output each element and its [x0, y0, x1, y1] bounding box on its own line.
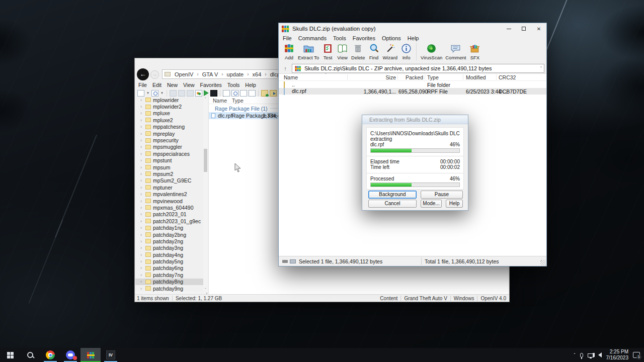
- column-header-name[interactable]: Name: [284, 74, 298, 80]
- tree-item[interactable]: patchday1ng: [135, 224, 203, 231]
- preview-icon[interactable]: [231, 90, 238, 97]
- console-icon[interactable]: [210, 90, 217, 97]
- chevron-right-icon[interactable]: [140, 131, 145, 136]
- tree-item[interactable]: mpSum2_G9EC: [135, 177, 203, 184]
- column-header-type[interactable]: Type: [427, 74, 439, 80]
- action-center-button[interactable]: 1: [633, 352, 640, 358]
- scrollbar-thumb[interactable]: [204, 149, 207, 172]
- status-game[interactable]: Grand Theft Auto V: [404, 296, 447, 301]
- chevron-right-icon[interactable]: [140, 118, 145, 123]
- test-button[interactable]: Test: [320, 42, 335, 61]
- disk-icon[interactable]: [290, 259, 296, 263]
- tree-item[interactable]: mpstunt: [135, 157, 203, 164]
- speaker-icon[interactable]: [598, 352, 602, 357]
- sfx-button[interactable]: SFX: [467, 42, 482, 61]
- tree-item[interactable]: mpsum: [135, 164, 203, 170]
- breadcrumb-item[interactable]: x64: [252, 71, 263, 77]
- menu-favorites[interactable]: Favorites: [353, 35, 375, 41]
- tree-item[interactable]: mplowrider: [135, 97, 203, 103]
- chevron-right-icon[interactable]: [140, 165, 145, 170]
- back-button[interactable]: ←: [137, 68, 149, 80]
- forward-button[interactable]: →: [150, 70, 159, 79]
- menu-commands[interactable]: Commands: [298, 35, 327, 41]
- tree-item[interactable]: mppatchesng: [135, 124, 203, 130]
- maximize-button[interactable]: [516, 23, 531, 34]
- background-button[interactable]: Background: [368, 191, 417, 199]
- chevron-right-icon[interactable]: [140, 185, 145, 190]
- tree-item[interactable]: mpspecialraces: [135, 150, 203, 157]
- breadcrumb-item[interactable]: GTA V: [201, 71, 219, 77]
- chevron-right-icon[interactable]: [140, 104, 145, 109]
- tree-item[interactable]: mpsmuggler: [135, 144, 203, 150]
- column-header-crc32[interactable]: CRC32: [499, 74, 516, 80]
- menu-help[interactable]: Help: [408, 35, 419, 41]
- menu-edit[interactable]: Edit: [152, 82, 162, 88]
- tree-item[interactable]: patchday2ng: [135, 238, 203, 244]
- add-folder-icon[interactable]: [261, 90, 268, 97]
- tree-item[interactable]: mpvinewood: [135, 198, 203, 204]
- document-icon[interactable]: [240, 90, 247, 97]
- keys-icon[interactable]: [282, 260, 288, 263]
- menu-file[interactable]: File: [283, 35, 292, 41]
- tree-item[interactable]: mpsecurity: [135, 137, 203, 143]
- tree-item[interactable]: mpsum2: [135, 170, 203, 177]
- up-one-level-button[interactable]: ↑: [281, 64, 290, 73]
- resize-grip[interactable]: [540, 260, 546, 265]
- show-hidden-icons-button[interactable]: ˆ: [574, 352, 576, 357]
- chevron-right-icon[interactable]: [140, 239, 145, 244]
- menu-tools[interactable]: Tools: [333, 35, 346, 41]
- tree-item[interactable]: mpreplay: [135, 130, 203, 137]
- dialog-title-bar[interactable]: Extracting from Skulls DLC.zip: [362, 115, 468, 124]
- chevron-right-icon[interactable]: [140, 259, 145, 264]
- tree-item[interactable]: patchday9ng: [135, 285, 203, 292]
- cancel-button[interactable]: Cancel: [368, 200, 417, 208]
- chevron-right-icon[interactable]: [140, 98, 145, 103]
- delete-button[interactable]: Delete: [350, 42, 366, 61]
- tree-item[interactable]: mptuner: [135, 184, 203, 191]
- tree-item[interactable]: mplowrider2: [135, 103, 203, 110]
- column-header-modified[interactable]: Modified: [466, 74, 486, 80]
- menu-help[interactable]: Help: [245, 82, 256, 88]
- start-button[interactable]: [0, 348, 20, 362]
- parent-folder-row[interactable]: .. File folder: [279, 81, 546, 88]
- status-content[interactable]: Content: [380, 296, 397, 301]
- taskbar-clock[interactable]: 2:25 PM 7/16/2023: [606, 349, 629, 361]
- chevron-right-icon[interactable]: [140, 252, 145, 257]
- tree-item[interactable]: patchday6ng: [135, 265, 203, 272]
- chevron-right-icon[interactable]: [140, 279, 145, 284]
- info-button[interactable]: Info: [399, 42, 414, 61]
- pause-button[interactable]: Pause: [421, 191, 463, 199]
- new-file-icon[interactable]: [137, 90, 144, 97]
- status-platform[interactable]: Windows: [454, 296, 474, 301]
- caret-down-icon[interactable]: ▾: [160, 91, 164, 95]
- play-icon[interactable]: [204, 90, 209, 96]
- taskbar-discord-button[interactable]: [60, 348, 80, 362]
- chevron-right-icon[interactable]: [140, 144, 145, 149]
- column-header-size[interactable]: Size: [349, 74, 396, 80]
- chevron-down-icon[interactable]: ˇ: [540, 66, 542, 71]
- chevron-right-icon[interactable]: [140, 273, 145, 278]
- tree-item[interactable]: patchday4ng: [135, 251, 203, 258]
- winrar-title-bar[interactable]: Skulls DLC.zip (evaluation copy) ✕: [279, 23, 546, 34]
- menu-view[interactable]: View: [183, 82, 195, 88]
- virusscan-button[interactable]: VirusScan: [419, 42, 444, 61]
- breadcrumb-item[interactable]: update: [226, 71, 245, 77]
- scroll-up-icon[interactable]: ˆ: [203, 97, 208, 101]
- tree-item[interactable]: patch2023_01_g9ec: [135, 218, 203, 224]
- open-content-icon[interactable]: [151, 90, 158, 97]
- chevron-right-icon[interactable]: [140, 171, 145, 176]
- menu-file[interactable]: File: [138, 82, 147, 88]
- save-icon[interactable]: [178, 90, 185, 97]
- view-button[interactable]: View: [335, 42, 350, 61]
- find-button[interactable]: Find: [367, 42, 381, 61]
- caret-down-icon[interactable]: ▾: [146, 91, 150, 95]
- tree-item[interactable]: patchday3ng: [135, 245, 203, 251]
- chevron-right-icon[interactable]: [140, 199, 145, 204]
- minimize-button[interactable]: [501, 23, 516, 34]
- edit-mode-icon[interactable]: [170, 90, 177, 97]
- menu-favorites[interactable]: Favorites: [200, 82, 222, 88]
- tree-item[interactable]: mpluxe2: [135, 117, 203, 123]
- tree-item[interactable]: mpvalentines2: [135, 191, 203, 197]
- tree-scrollbar[interactable]: ˆ ˇ: [203, 97, 208, 292]
- chevron-right-icon[interactable]: [140, 124, 145, 129]
